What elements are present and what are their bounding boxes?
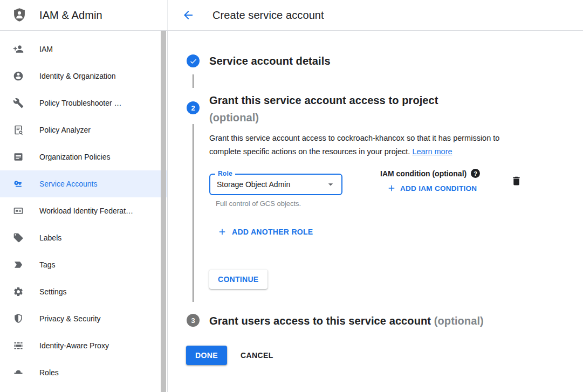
label-tag-icon	[13, 232, 24, 243]
sidebar-item-label: Identity-Aware Proxy	[39, 341, 109, 350]
step1-title: Service account details	[209, 54, 331, 67]
sidebar-item-label: Identity & Organization	[39, 72, 116, 80]
person-add-icon	[13, 44, 24, 54]
add-another-role-button[interactable]: ADD ANOTHER ROLE	[217, 227, 313, 237]
sidebar-item-label: Labels	[39, 233, 61, 242]
sidebar-item-organization-policies[interactable]: Organization Policies	[0, 143, 167, 170]
iam-condition-label: IAM condition (optional)	[380, 169, 467, 178]
tag-arrow-icon	[13, 259, 24, 270]
done-button[interactable]: DONE	[186, 346, 227, 365]
learn-more-link[interactable]: Learn more	[412, 147, 452, 156]
product-title: IAM & Admin	[39, 9, 102, 22]
delete-role-button[interactable]	[510, 175, 523, 188]
sidebar-item-tags[interactable]: Tags	[0, 251, 167, 278]
product-header: IAM & Admin	[0, 0, 168, 30]
plus-icon	[387, 183, 396, 193]
service-account-key-icon	[13, 178, 24, 189]
step3-title: Grant users access to this service accou…	[209, 314, 484, 328]
shield-icon	[13, 313, 24, 324]
sidebar-item-label: Policy Analyzer	[39, 126, 91, 134]
add-iam-condition-button[interactable]: ADD IAM CONDITION	[387, 183, 477, 193]
org-policies-icon	[13, 152, 24, 162]
step3-title-text: Grant users access to this service accou…	[209, 315, 431, 327]
sidebar-item-label: IAM	[39, 45, 53, 53]
gear-icon	[13, 286, 24, 297]
back-arrow-icon[interactable]	[182, 9, 195, 22]
trash-icon	[511, 175, 522, 187]
sidebar-item-label: Service Accounts	[39, 180, 97, 188]
policy-analyzer-icon	[13, 125, 24, 135]
step2-description-text: Grant this service account access to coc…	[209, 134, 499, 156]
wrench-icon	[13, 98, 24, 108]
check-icon	[189, 57, 197, 65]
sidebar-item-privacy-security[interactable]: Privacy & Security	[0, 305, 167, 332]
sidebar: IAM Identity & Organization Policy Troub…	[0, 31, 168, 392]
sidebar-item-service-accounts[interactable]: Service Accounts	[0, 170, 167, 197]
step3-optional-label: (optional)	[434, 315, 484, 327]
hat-icon	[13, 367, 24, 378]
step2-title: Grant this service account access to pro…	[209, 92, 438, 126]
sidebar-item-labels[interactable]: Labels	[0, 224, 167, 251]
sidebar-item-label: Privacy & Security	[39, 314, 101, 323]
continue-button[interactable]: CONTINUE	[209, 270, 268, 289]
help-icon[interactable]: ?	[471, 169, 480, 178]
step3-number: 3	[191, 317, 195, 325]
identity-person-icon	[13, 71, 24, 81]
screen: IAM & Admin Create service account IAM I…	[0, 0, 583, 392]
role-helper-text: Full control of GCS objects.	[216, 200, 301, 208]
step2-title-text: Grant this service account access to pro…	[209, 92, 438, 109]
step2-optional-label: (optional)	[209, 109, 438, 126]
sidebar-item-identity-organization[interactable]: Identity & Organization	[0, 63, 167, 90]
sidebar-item-iam[interactable]: IAM	[0, 36, 167, 63]
chevron-down-icon	[325, 179, 336, 190]
add-iam-condition-label: ADD IAM CONDITION	[400, 184, 477, 192]
page-header: Create service account	[168, 0, 583, 30]
sidebar-item-policy-analyzer[interactable]: Policy Analyzer	[0, 116, 167, 143]
role-field-label: Role	[215, 170, 235, 177]
stepper-connector	[193, 124, 194, 302]
sidebar-item-roles[interactable]: Roles	[0, 359, 167, 386]
sidebar-item-label: Roles	[39, 368, 59, 377]
page-title: Create service account	[212, 9, 324, 22]
proxy-icon	[13, 340, 24, 351]
stepper-connector	[193, 74, 194, 88]
step2-number: 2	[191, 104, 195, 112]
sidebar-item-label: Settings	[39, 287, 67, 296]
step2-description: Grant this service account access to coc…	[209, 132, 533, 159]
sidebar-item-workload-identity-federation[interactable]: Workload Identity Federat…	[0, 197, 167, 224]
sidebar-scrollbar[interactable]	[161, 31, 166, 392]
sidebar-item-settings[interactable]: Settings	[0, 278, 167, 305]
role-select[interactable]: Role Storage Object Admin	[209, 174, 342, 195]
sidebar-item-label: Organization Policies	[39, 153, 111, 161]
add-another-role-label: ADD ANOTHER ROLE	[232, 228, 313, 236]
sidebar-item-identity-aware-proxy[interactable]: Identity-Aware Proxy	[0, 332, 167, 359]
step3-number-badge: 3	[187, 314, 200, 327]
cancel-button[interactable]: CANCEL	[232, 346, 282, 365]
sidebar-item-label: Tags	[39, 260, 56, 269]
app-header: IAM & Admin Create service account	[0, 0, 583, 31]
plus-icon	[217, 227, 227, 237]
step1-complete-badge	[187, 54, 200, 67]
sidebar-item-label: Policy Troubleshooter …	[39, 99, 122, 107]
step2-number-badge: 2	[187, 101, 200, 114]
sidebar-item-label: Workload Identity Federat…	[39, 207, 133, 215]
card-icon	[13, 205, 24, 216]
role-selected-value: Storage Object Admin	[217, 180, 290, 189]
create-service-account-form: Service account details 2 Grant this ser…	[168, 31, 583, 392]
iam-condition-header: IAM condition (optional) ?	[380, 169, 480, 178]
sidebar-item-policy-troubleshooter[interactable]: Policy Troubleshooter …	[0, 90, 167, 116]
iam-shield-logo-icon	[12, 8, 27, 23]
